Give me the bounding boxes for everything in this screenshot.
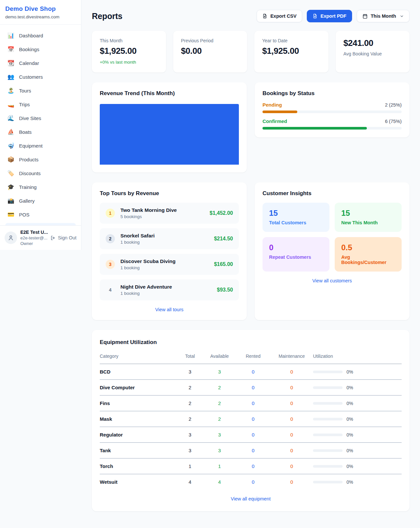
status-label: Confirmed	[262, 118, 287, 124]
cell-total: 2	[177, 411, 203, 427]
sidebar-nav: 📊 Dashboard 📅 Bookings 📆 Calendar 👥 Cust…	[0, 25, 81, 225]
view-all-tours-link[interactable]: View all tours	[100, 307, 239, 312]
sign-out-label: Sign Out	[58, 235, 76, 240]
table-row: Fins 2 2 0 0 0%	[100, 396, 402, 411]
sidebar-active-item-partial[interactable]	[5, 223, 76, 225]
utilization-percent: 0%	[346, 401, 353, 406]
cell-rented: 0	[236, 411, 270, 427]
sidebar-item-dashboard[interactable]: 📊 Dashboard	[3, 29, 78, 42]
utilization-bar	[313, 449, 343, 452]
user-email: e2e-tester@...	[20, 235, 47, 240]
cell-rented: 0	[236, 458, 270, 474]
sidebar-item-trips[interactable]: 🚤 Trips	[3, 97, 78, 111]
tour-row: 3 Discover Scuba Diving 1 booking $165.0…	[100, 254, 239, 275]
cell-category: Torch	[100, 458, 177, 474]
column-header-available: Available	[203, 351, 236, 364]
tour-name: Night Dive Adventure	[120, 284, 211, 290]
insight-tiles: 15 Total Customers 15 New This Month 0 R…	[262, 203, 402, 272]
insight-total-customers: 15 Total Customers	[262, 203, 329, 232]
sidebar-item-training[interactable]: 🎓 Training	[3, 180, 78, 194]
progress-track	[262, 127, 402, 130]
file-download-icon	[262, 13, 267, 19]
insight-value: 0.5	[341, 243, 395, 252]
tour-bookings: 1 booking	[120, 265, 208, 270]
sidebar-item-label: Calendar	[19, 60, 39, 66]
sidebar-item-equipment[interactable]: 🤿 Equipment	[3, 139, 78, 152]
status-row-confirmed: Confirmed 6 (75%)	[262, 118, 402, 130]
tour-row: 2 Snorkel Safari 1 booking $214.50	[100, 228, 239, 249]
view-all-customers-link[interactable]: View all customers	[262, 278, 402, 283]
cell-rented: 0	[236, 380, 270, 396]
header-actions: Export CSV Export PDF This Month	[257, 10, 410, 22]
cell-total: 3	[177, 364, 203, 380]
stat-value: $0.00	[181, 46, 240, 56]
period-dropdown[interactable]: This Month	[357, 10, 410, 22]
cell-maintenance: 0	[270, 380, 313, 396]
sidebar-item-pos[interactable]: 💳 POS	[3, 208, 78, 221]
page-header: Reports Export CSV Export PDF This Month	[92, 10, 410, 22]
cell-available: 3	[203, 364, 236, 380]
panel-title: Revenue Trend (This Month)	[100, 90, 239, 97]
tour-row: 4 Night Dive Adventure 1 booking $93.50	[100, 279, 239, 300]
sidebar-item-calendar[interactable]: 📆 Calendar	[3, 56, 78, 70]
cell-rented: 0	[236, 474, 270, 490]
cell-available: 2	[203, 396, 236, 411]
sidebar-item-bookings[interactable]: 📅 Bookings	[3, 42, 78, 56]
sidebar-item-tours[interactable]: 🏝️ Tours	[3, 84, 78, 97]
export-csv-button[interactable]: Export CSV	[257, 10, 302, 22]
tour-amount: $1,452.00	[210, 210, 233, 216]
equipment-table: Category Total Available Rented Maintena…	[100, 351, 402, 490]
bookings-by-status-panel: Bookings by Status Pending 2 (25%) Confi…	[255, 82, 410, 137]
equipment-utilization-panel: Equipment Utilization Category Total Ava…	[92, 330, 410, 511]
period-label: This Month	[371, 13, 396, 19]
export-pdf-label: Export PDF	[321, 13, 346, 19]
sidebar: Demo Dive Shop demo.test.divestreams.com…	[0, 0, 81, 250]
utilization-percent: 0%	[346, 385, 353, 390]
stat-label: Previous Period	[181, 38, 240, 43]
export-pdf-button[interactable]: Export PDF	[307, 10, 352, 22]
cell-maintenance: 0	[270, 474, 313, 490]
cell-category: Mask	[100, 411, 177, 427]
customers-icon: 👥	[7, 74, 14, 80]
sidebar-item-customers[interactable]: 👥 Customers	[3, 70, 78, 84]
sidebar-item-gallery[interactable]: 📸 Gallery	[3, 194, 78, 208]
table-row: Mask 2 2 0 0 0%	[100, 411, 402, 427]
island-icon: 🏝️	[7, 88, 14, 93]
insights-row: Top Tours by Revenue 1 Two Tank Morning …	[92, 182, 410, 320]
cell-total: 4	[177, 474, 203, 490]
table-header-row: Category Total Available Rented Maintena…	[100, 351, 402, 364]
cell-maintenance: 0	[270, 411, 313, 427]
revenue-trend-panel: Revenue Trend (This Month)	[92, 82, 247, 173]
utilization-percent: 0%	[346, 432, 353, 437]
tour-row: 1 Two Tank Morning Dive 5 bookings $1,45…	[100, 203, 239, 224]
sidebar-item-products[interactable]: 📦 Products	[3, 152, 78, 166]
sidebar-item-boats[interactable]: ⛵ Boats	[3, 125, 78, 139]
cell-maintenance: 0	[270, 396, 313, 411]
status-label: Pending	[262, 102, 282, 108]
view-all-equipment-link[interactable]: View all equipment	[100, 496, 402, 501]
column-header-total: Total	[177, 351, 203, 364]
table-row: Wetsuit 4 4 0 0 0%	[100, 474, 402, 490]
rank-badge: 3	[106, 260, 115, 269]
status-value: 2 (25%)	[385, 102, 402, 108]
cell-category: BCD	[100, 364, 177, 380]
tour-name: Two Tank Morning Dive	[120, 207, 204, 213]
cell-maintenance: 0	[270, 458, 313, 474]
stat-change-note: +0% vs last month	[100, 60, 158, 65]
cell-maintenance: 0	[270, 443, 313, 458]
sidebar-item-label: Discounts	[19, 171, 41, 176]
panel-title: Bookings by Status	[262, 90, 402, 97]
sidebar-item-discounts[interactable]: 🏷️ Discounts	[3, 166, 78, 180]
status-value: 6 (75%)	[385, 119, 402, 124]
sign-out-button[interactable]: Sign Out	[50, 235, 76, 241]
utilization-percent: 0%	[346, 464, 353, 469]
insight-label: Repeat Customers	[269, 254, 323, 260]
customer-insights-panel: Customer Insights 15 Total Customers 15 …	[255, 182, 410, 320]
cell-maintenance: 0	[270, 427, 313, 443]
sidebar-item-dive-sites[interactable]: 🌊 Dive Sites	[3, 111, 78, 125]
sidebar-item-label: Trips	[19, 102, 30, 107]
tour-amount: $165.00	[214, 261, 233, 267]
cell-total: 3	[177, 443, 203, 458]
export-csv-label: Export CSV	[270, 13, 297, 19]
shop-name[interactable]: Demo Dive Shop	[5, 5, 76, 12]
